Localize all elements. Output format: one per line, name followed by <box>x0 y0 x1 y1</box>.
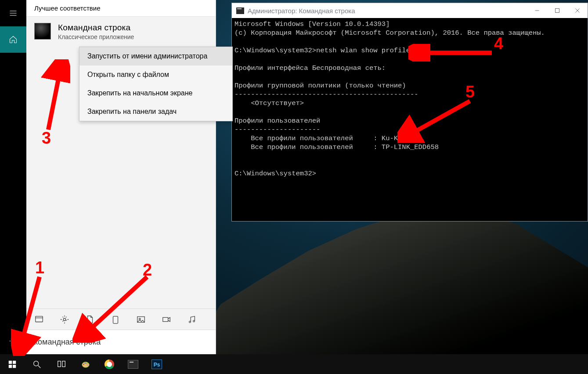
search-input[interactable]: командная строка <box>26 330 216 354</box>
taskbar: Ps <box>0 354 588 374</box>
taskbar-app-photoshop[interactable]: Ps <box>145 356 168 373</box>
home-icon[interactable] <box>0 26 26 53</box>
context-menu: Запустить от имени администратора Открыт… <box>79 47 233 121</box>
filter-row <box>26 309 216 330</box>
ctx-pin-to-taskbar[interactable]: Закрепить на панели задач <box>79 102 232 121</box>
chrome-icon <box>105 359 114 369</box>
filter-documents-icon[interactable] <box>85 315 95 324</box>
paint-icon <box>80 359 91 369</box>
svg-point-14 <box>83 363 84 365</box>
hamburger-icon[interactable] <box>0 0 26 26</box>
filter-settings-icon[interactable] <box>60 315 69 324</box>
filter-apps-icon[interactable] <box>34 315 44 324</box>
task-view-icon[interactable] <box>49 354 74 374</box>
cmd-window: Администратор: Командная строка Microsof… <box>231 3 588 221</box>
svg-point-10 <box>34 361 39 366</box>
svg-point-15 <box>85 362 86 363</box>
filter-folders-icon[interactable] <box>111 315 120 324</box>
taskbar-app-chrome[interactable] <box>98 356 121 373</box>
svg-rect-1 <box>36 316 43 322</box>
svg-rect-9 <box>556 9 559 13</box>
cmd-titlebar[interactable]: Администратор: Командная строка <box>232 3 588 18</box>
cmd-window-title: Администратор: Командная строка <box>248 7 355 15</box>
svg-point-8 <box>193 320 195 322</box>
svg-rect-11 <box>58 361 61 367</box>
taskbar-app-terminal[interactable] <box>122 356 144 373</box>
start-left-rail <box>0 0 26 354</box>
cmd-window-icon <box>236 7 244 14</box>
filter-photos-icon[interactable] <box>136 315 146 324</box>
svg-point-2 <box>63 318 66 321</box>
settings-gear-icon[interactable] <box>0 328 26 354</box>
svg-rect-3 <box>113 316 118 323</box>
app-subtitle: Классическое приложение <box>58 33 134 40</box>
svg-rect-12 <box>62 361 65 367</box>
taskbar-search-icon[interactable] <box>25 354 49 374</box>
cmd-output[interactable]: Microsoft Windows [Version 10.0.14393] (… <box>232 18 588 221</box>
svg-point-0 <box>12 340 14 342</box>
close-button[interactable] <box>567 3 588 18</box>
best-match-label: Лучшее соответствие <box>26 0 216 17</box>
filter-music-icon[interactable] <box>187 315 197 324</box>
photoshop-icon: Ps <box>152 359 162 369</box>
maximize-button[interactable] <box>547 3 567 18</box>
search-result-cmd[interactable]: Командная строка Классическое приложение <box>26 17 216 44</box>
terminal-icon <box>128 360 138 369</box>
svg-point-7 <box>189 321 191 323</box>
svg-point-16 <box>86 363 87 364</box>
ctx-open-file-location[interactable]: Открыть папку с файлом <box>79 65 232 84</box>
svg-point-17 <box>87 364 88 366</box>
filter-videos-icon[interactable] <box>162 315 171 324</box>
ctx-run-as-admin[interactable]: Запустить от имени администратора <box>79 47 232 65</box>
minimize-button[interactable] <box>527 3 547 18</box>
taskbar-app-paint[interactable] <box>74 356 97 373</box>
svg-rect-6 <box>163 317 168 321</box>
ctx-pin-to-start[interactable]: Закрепить на начальном экране <box>79 84 232 102</box>
cmd-icon <box>34 23 51 40</box>
start-button[interactable] <box>0 354 25 374</box>
app-title: Командная строка <box>58 23 134 33</box>
start-search-panel: Лучшее соответствие Командная строка Кла… <box>26 0 216 354</box>
